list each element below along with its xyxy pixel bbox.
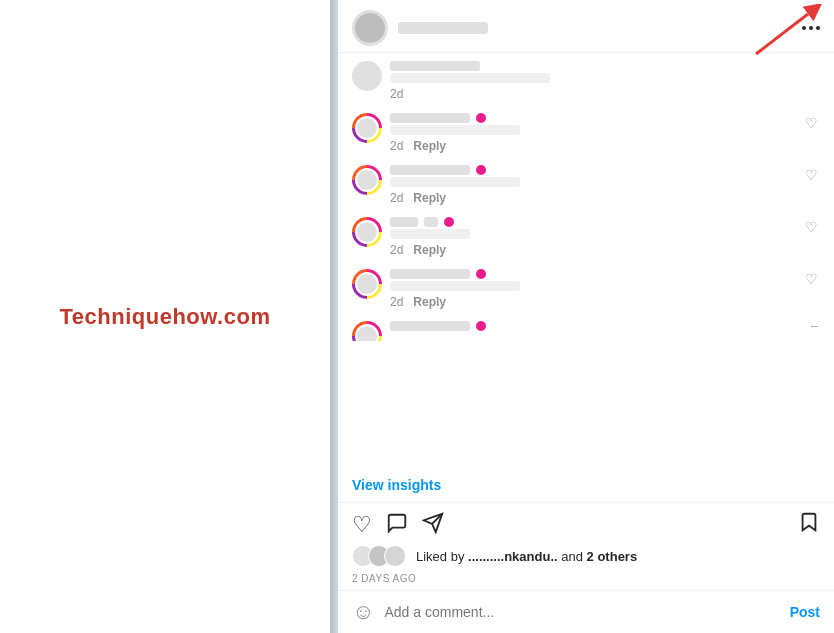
comment-body <box>390 321 820 333</box>
username-blurred <box>398 22 488 34</box>
comment-name-row <box>390 113 820 123</box>
comment-like-icon[interactable]: ♡ <box>805 115 818 131</box>
comment-name-row <box>390 217 820 227</box>
comment-text <box>390 177 520 187</box>
comment-body: 2d Reply <box>390 113 820 153</box>
comment-username <box>390 113 470 123</box>
comment-time: 2d <box>390 87 403 101</box>
action-bar: ♡ <box>338 502 834 543</box>
emoji-button[interactable]: ☺ <box>352 599 374 625</box>
comment-avatar <box>352 61 382 91</box>
avatar-inner-white <box>355 272 379 296</box>
svg-line-1 <box>756 14 808 54</box>
liked-avatar <box>384 545 406 567</box>
post-header <box>338 0 834 53</box>
comment-avatar-ring <box>352 269 382 299</box>
comment-avatar-ring <box>352 321 382 341</box>
reply-button[interactable]: Reply <box>413 295 446 309</box>
comment-username <box>390 165 470 175</box>
reply-button[interactable]: Reply <box>413 139 446 153</box>
post-timestamp: 2 DAYS AGO <box>338 573 834 590</box>
comment-text <box>390 281 520 291</box>
comment-text <box>390 73 550 83</box>
comment-name-row <box>390 321 820 331</box>
comment-row: 2d Reply ♡ <box>352 157 820 209</box>
right-panel: 2d 2d Reply ♡ <box>338 0 834 633</box>
liked-username: ..........nkandu.. <box>468 549 558 564</box>
liked-others: 2 others <box>587 549 638 564</box>
user-info <box>352 10 488 46</box>
comment-text <box>390 229 470 239</box>
comment-avatar-ring <box>352 165 382 195</box>
comment-name-row <box>390 269 820 279</box>
comment-avatar-ring <box>352 217 382 247</box>
liked-avatars <box>352 545 400 567</box>
dot1 <box>802 26 806 30</box>
comment-body: 2d Reply <box>390 165 820 205</box>
avatar-inner-white <box>355 168 379 192</box>
action-icons: ♡ <box>352 512 444 538</box>
avatar-inner-white <box>355 116 379 140</box>
likes-text: Liked by ..........nkandu.. and 2 others <box>416 549 637 564</box>
verified-dot <box>476 321 486 331</box>
comment-like-icon[interactable]: ♡ <box>805 167 818 183</box>
comment-meta: 2d Reply <box>390 243 820 257</box>
comment-row: 2d <box>352 53 820 105</box>
comment-row: -- <box>352 313 820 341</box>
avatar-inner-white <box>355 324 379 341</box>
verified-dot <box>476 269 486 279</box>
comment-meta: 2d Reply <box>390 295 820 309</box>
watermark-text: Techniquehow.com <box>60 304 271 330</box>
post-button[interactable]: Post <box>790 604 820 620</box>
avatar-inner <box>355 13 385 43</box>
verified-dot <box>444 217 454 227</box>
view-insights: View insights <box>338 470 834 502</box>
view-insights-link[interactable]: View insights <box>352 477 441 493</box>
share-button[interactable] <box>422 512 444 538</box>
comment-username <box>390 269 470 279</box>
left-panel: Techniquehow.com <box>0 0 330 633</box>
liked-suffix: and <box>561 549 583 564</box>
comments-area: 2d 2d Reply ♡ <box>338 53 834 470</box>
dot3 <box>816 26 820 30</box>
comment-body: 2d Reply <box>390 269 820 309</box>
liked-by-prefix: Liked by <box>416 549 464 564</box>
likes-row: Liked by ..........nkandu.. and 2 others <box>338 543 834 573</box>
comment-like-icon[interactable]: ♡ <box>805 219 818 235</box>
comment-row: 2d Reply ♡ <box>352 105 820 157</box>
comment-text <box>390 125 520 135</box>
comment-like-icon[interactable]: ♡ <box>805 271 818 287</box>
like-button[interactable]: ♡ <box>352 514 372 536</box>
comment-button[interactable] <box>386 512 408 538</box>
comment-meta: 2d <box>390 87 820 101</box>
avatar <box>352 10 388 46</box>
verified-dot <box>476 165 486 175</box>
avatar-inner-white <box>355 220 379 244</box>
comment-time: 2d <box>390 295 403 309</box>
comment-body: 2d Reply <box>390 217 820 257</box>
comment-username <box>390 61 480 71</box>
comment-meta: 2d Reply <box>390 139 820 153</box>
verified-dot <box>476 113 486 123</box>
comment-avatar-ring <box>352 113 382 143</box>
panel-divider <box>330 0 338 633</box>
bookmark-button[interactable] <box>798 511 820 539</box>
reply-button[interactable]: Reply <box>413 243 446 257</box>
comment-name-row <box>390 61 820 71</box>
comment-name-row <box>390 165 820 175</box>
comment-time: 2d <box>390 243 403 257</box>
more-options-button[interactable] <box>802 26 820 30</box>
comment-body: 2d <box>390 61 820 101</box>
comment-username <box>390 217 418 227</box>
comment-meta: 2d Reply <box>390 191 820 205</box>
comment-time: 2d <box>390 139 403 153</box>
add-comment-input[interactable] <box>384 604 779 620</box>
dot2 <box>809 26 813 30</box>
comment-username <box>390 321 470 331</box>
comment-row: 2d Reply ♡ <box>352 209 820 261</box>
reply-button[interactable]: Reply <box>413 191 446 205</box>
add-comment-row: ☺ Post <box>338 590 834 633</box>
comment-row: 2d Reply ♡ <box>352 261 820 313</box>
comment-time: 2d <box>390 191 403 205</box>
